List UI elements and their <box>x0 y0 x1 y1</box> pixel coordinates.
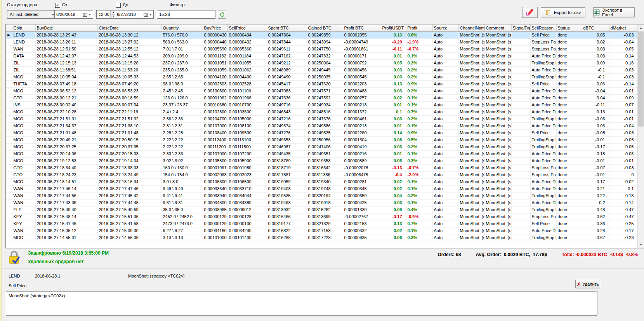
table-row[interactable]: THETA2018-06-28 07:49:182018-06-28 07:49… <box>6 80 638 87</box>
column-header-dmarket[interactable]: dMarket <box>609 24 638 31</box>
row-selector <box>6 73 12 80</box>
from-time-spinner[interactable]: 12:00 ▲ ▼ <box>96 10 116 19</box>
table-row[interactable]: ZIL2018-06-28 12:15:132018-06-28 12:15:2… <box>6 59 638 66</box>
table-row[interactable]: DATA2018-06-28 12:42:072018-06-28 12:44:… <box>6 52 638 59</box>
cell-buyprice: 0.00008965 <box>203 206 227 213</box>
vertical-scrollbar[interactable]: ▲ ▼ <box>637 24 644 248</box>
cell-spent-btc: 0.00247162 <box>267 52 307 59</box>
table-row[interactable]: KEY2018-06-27 15:41:462018-06-27 15:41:5… <box>6 220 638 227</box>
from-label: От <box>62 2 68 7</box>
cell-profitusdt: -0.29 <box>381 38 406 45</box>
orders-count: Orders: 68 <box>437 252 461 257</box>
to-label: До <box>123 2 128 7</box>
table-row[interactable]: MCO2018-06-27 22:10:282018-06-27 22:11:1… <box>6 108 638 115</box>
table-row[interactable]: WAN2018-06-27 17:43:362018-06-27 17:44:4… <box>6 199 638 206</box>
table-row[interactable]: KEY2018-06-27 15:48:142018-06-27 15:51:3… <box>6 213 638 220</box>
column-header-closedate[interactable]: CloseDate <box>97 24 161 31</box>
cell-comment: MoonShot: (s <box>484 199 511 206</box>
column-header-spent-btc[interactable]: Spent BTC <box>267 24 307 31</box>
column-header-profit[interactable]: Profit <box>406 24 432 31</box>
cell-dbtc: -0.01 <box>582 171 609 178</box>
cell-quantity: 35.0 \ 35.0 <box>161 206 203 213</box>
table-row[interactable]: GTO2018-06-27 18:34:402018-06-27 18:38:0… <box>6 164 638 171</box>
scroll-down-icon[interactable]: ▼ <box>638 241 644 248</box>
table-row[interactable]: WAN2018-06-27 17:46:142018-06-27 17:47:4… <box>6 185 638 192</box>
cell-spent-btc: 0.00319403 <box>267 185 307 192</box>
order-status-label: Статус ордера <box>7 2 37 7</box>
cell-dmarket: -0.01 <box>609 157 638 164</box>
table-row[interactable]: MCO2018-06-27 19:12:532018-06-27 19:14:0… <box>6 157 638 164</box>
column-header-signaltyp[interactable]: SignalTyp <box>511 24 530 31</box>
table-row[interactable]: MCO2018-06-28 06:52:122018-06-28 06:53:2… <box>6 87 638 94</box>
export-excel-button[interactable]: X Экспорт в Excel <box>593 7 635 17</box>
column-header-quantity[interactable]: Quantity <box>161 24 203 31</box>
column-header-profit-btc[interactable]: Profit BTC <box>343 24 381 31</box>
cell-profit: 0.7% <box>406 108 432 115</box>
column-header-dbtc[interactable]: dBTC <box>582 24 609 31</box>
refresh-button[interactable] <box>218 10 226 19</box>
column-header-coin[interactable]: Coin <box>12 24 35 31</box>
table-row[interactable]: ELF2018-06-27 15:49:402018-06-27 15:49:5… <box>6 206 638 213</box>
cell-sellprice: 0.00109500 <box>227 129 267 136</box>
cell-sellreason: Auto Price Dc <box>530 52 556 59</box>
cell-gained-btc: 0.00249859 <box>307 31 343 38</box>
scrollbar-thumb[interactable] <box>638 31 644 127</box>
table-row[interactable]: WAN2018-06-27 15:05:122018-06-27 15:09:3… <box>6 227 638 234</box>
cell-coin: MCO <box>12 87 35 94</box>
column-header-sellprice[interactable]: SellPrice <box>227 24 267 31</box>
column-header-gained-btc[interactable]: Gained BTC <box>307 24 343 31</box>
cell-sellprice: 0.00009012 <box>227 206 267 213</box>
scroll-up-icon[interactable]: ▲ <box>638 24 644 31</box>
cell-comment: MoonShot: (s <box>484 31 511 38</box>
column-header-buydate[interactable]: BuyDate <box>35 24 97 31</box>
table-row[interactable]: ZIL2018-06-28 11:38:512018-06-28 11:53:2… <box>6 66 638 73</box>
table-row[interactable]: WAN2018-06-27 17:44:562018-06-27 17:45:4… <box>6 192 638 199</box>
export-csv-button[interactable]: Export to .csv <box>541 7 585 17</box>
comment-textarea[interactable]: MoonShot: (strategy <TC02>) <box>6 292 597 316</box>
cell-channelname: MoonShot: (s <box>458 206 484 213</box>
column-header-source[interactable]: Source <box>432 24 458 31</box>
cell-buydate: 2018-06-28 12:42:07 <box>35 52 97 59</box>
table-row[interactable]: GTO2018-06-28 00:12:212018-06-28 00:18:5… <box>6 94 638 101</box>
table-row[interactable]: INS2018-06-28 00:02:402018-06-28 00:07:0… <box>6 101 638 108</box>
table-row[interactable]: MCO2018-06-27 20:14:062018-06-27 20:15:3… <box>6 150 638 157</box>
delete-button[interactable]: ✗ Удалить <box>575 280 600 288</box>
cell-profit-btc: 0.00000345 <box>343 185 381 192</box>
cell-quantity: 2473.0 \ 2473.0 <box>161 220 203 227</box>
order-status-select[interactable]: All incl. deleted <box>7 10 57 19</box>
cell-buyprice: 0.00000129 <box>203 220 227 227</box>
table-row[interactable]: GTO2018-06-27 18:24:232018-06-27 18:24:4… <box>6 171 638 178</box>
cell-profitusdt: 0.02 <box>381 178 406 185</box>
table-row[interactable]: MCO2018-06-27 21:34:372018-06-27 21:38:1… <box>6 122 638 129</box>
column-header-profitusdt[interactable]: ProfitUSDT <box>381 24 406 31</box>
table-row[interactable]: MCO2018-06-27 20:49:212018-06-27 20:50:1… <box>6 136 638 143</box>
from-date-picker[interactable]: 6/26/2018 ▼ <box>54 10 93 19</box>
cell-dmarket: -0.04 <box>609 122 638 129</box>
cell-profit: -1.9% <box>406 38 432 45</box>
from-checkbox[interactable]: ✓ <box>55 3 60 8</box>
to-date-picker[interactable]: 6/27/2018 ▼ <box>115 10 154 19</box>
table-row[interactable]: WAN2018-06-28 12:51:502018-06-28 12:55:1… <box>6 45 638 52</box>
column-header-status[interactable]: Status <box>556 24 582 31</box>
row-selector <box>6 59 12 66</box>
cell-buyprice: 0.00111200 <box>203 143 227 150</box>
to-checkbox[interactable] <box>116 3 121 8</box>
cell-profitusdt: 0.03 <box>381 73 406 80</box>
table-row[interactable]: MCO2018-06-27 20:37:252018-06-27 20:37:3… <box>6 143 638 150</box>
table-row[interactable]: ▶LEND2018-06-28 13:29:432018-06-28 13:30… <box>6 31 638 38</box>
cell-sellprice: 0.00034044 <box>227 192 267 199</box>
table-row[interactable]: MCO2018-06-27 21:51:012018-06-27 21:51:3… <box>6 115 638 122</box>
table-row[interactable]: MCO2018-06-27 18:14:512018-06-27 18:16:3… <box>6 178 638 185</box>
column-header-sellreason[interactable]: SellReason <box>530 24 556 31</box>
table-row[interactable]: MCO2018-06-27 21:01:482018-06-27 21:01:4… <box>6 129 638 136</box>
filter-input[interactable] <box>170 10 215 19</box>
table-row[interactable]: MCO2018-06-27 14:55:312018-06-27 14:55:3… <box>6 234 638 241</box>
cell-quantity: 2.22 \ 2.22 <box>161 143 203 150</box>
table-row[interactable]: MCO2018-06-28 10:05:042018-06-28 10:05:3… <box>6 73 638 80</box>
column-header-channelname[interactable]: ChannelName <box>458 24 484 31</box>
table-row[interactable]: LEND2018-06-28 13:26:112018-06-28 13:27:… <box>6 38 638 45</box>
cell-signaltyp <box>511 80 530 87</box>
tools-button[interactable] <box>522 7 538 18</box>
column-header-buyprice[interactable]: BuyPrice <box>203 24 227 31</box>
column-header-comment[interactable]: Comment <box>484 24 511 31</box>
